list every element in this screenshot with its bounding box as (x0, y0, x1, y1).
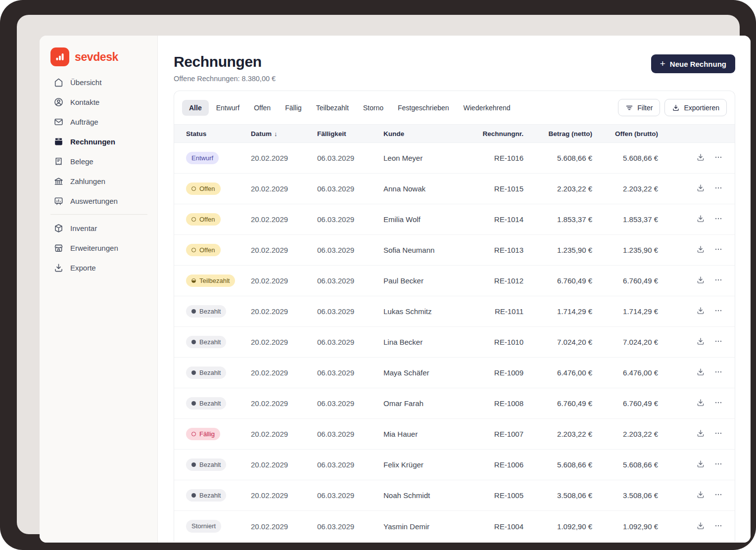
column-due[interactable]: Fälligkeit (310, 130, 376, 138)
cell-customer: Maya Schäfer (376, 368, 481, 377)
column-open[interactable]: Offen (brutto) (604, 130, 670, 138)
row-download-button[interactable] (696, 275, 705, 286)
row-download-button[interactable] (696, 490, 705, 501)
row-download-button[interactable] (696, 245, 705, 255)
tab-offen[interactable]: Offen (247, 100, 278, 116)
cell-customer: Sofia Neumann (376, 246, 481, 254)
cell-open: 3.508,06 € (604, 491, 670, 500)
sidebar-item-belege[interactable]: Belege (49, 151, 148, 171)
row-menu-button[interactable] (714, 275, 723, 286)
sidebar-item-label: Exporte (70, 264, 96, 272)
status-badge: Bezahlt (186, 336, 226, 349)
invoice-row[interactable]: Storniert20.02.202906.03.2029Yasmin Demi… (174, 511, 735, 542)
column-net[interactable]: Betrag (netto) (534, 130, 604, 138)
cell-number: RE-1013 (481, 246, 534, 254)
sidebar-item-exporte[interactable]: Exporte (49, 258, 148, 277)
column-label: Fälligkeit (317, 130, 346, 138)
row-download-button[interactable] (696, 521, 705, 532)
invoice-row[interactable]: Bezahlt20.02.202906.03.2029Noah SchmidtR… (174, 480, 735, 511)
row-download-button[interactable] (696, 306, 705, 317)
row-download-button[interactable] (696, 183, 705, 194)
row-menu-button[interactable] (714, 398, 723, 409)
cell-date: 20.02.2029 (243, 491, 310, 500)
row-download-button[interactable] (696, 459, 705, 470)
cell-status: Bezahlt (174, 367, 243, 379)
cell-customer: Emilia Wolf (376, 215, 481, 224)
row-menu-button[interactable] (714, 337, 723, 347)
page-title-block: Rechnungen Offene Rechnungen: 8.380,00 € (174, 53, 276, 83)
row-download-button[interactable] (696, 337, 705, 347)
cell-customer: Anna Nowak (376, 184, 481, 193)
tab-f-llig[interactable]: Fällig (278, 100, 308, 116)
row-download-button[interactable] (696, 153, 705, 163)
sidebar-item-zahlungen[interactable]: Zahlungen (49, 171, 148, 191)
invoice-row[interactable]: Bezahlt20.02.202906.03.2029Lina BeckerRE… (174, 327, 735, 358)
cell-due: 06.03.2029 (310, 460, 376, 469)
invoice-row[interactable]: Offen20.02.202906.03.2029Sofia NeumannRE… (174, 235, 735, 266)
filter-button[interactable]: Filter (618, 99, 660, 116)
download-icon (696, 337, 705, 347)
row-download-button[interactable] (696, 214, 705, 225)
sidebar-item--bersicht[interactable]: Übersicht (49, 72, 148, 92)
tab-wiederkehrend[interactable]: Wiederkehrend (457, 100, 518, 116)
status-badge: Bezahlt (186, 489, 226, 502)
tab-festgeschrieben[interactable]: Festgeschrieben (391, 100, 456, 116)
sidebar-item-auftr-ge[interactable]: Aufträge (49, 112, 148, 132)
row-menu-button[interactable] (714, 490, 723, 501)
sidebar-item-inventar[interactable]: Inventar (49, 218, 148, 238)
sidebar-item-erweiterungen[interactable]: Erweiterungen (49, 238, 148, 258)
row-menu-button[interactable] (714, 214, 723, 225)
status-badge: Bezahlt (186, 397, 226, 410)
row-menu-button[interactable] (714, 459, 723, 470)
invoice-row[interactable]: Fällig20.02.202906.03.2029Mia HauerRE-10… (174, 419, 735, 450)
row-menu-button[interactable] (714, 367, 723, 378)
cell-due: 06.03.2029 (310, 276, 376, 285)
tab-alle[interactable]: Alle (182, 100, 209, 116)
sidebar-item-kontakte[interactable]: Kontakte (49, 92, 148, 112)
cell-customer: Yasmin Demir (376, 522, 481, 531)
tab-storno[interactable]: Storno (356, 100, 390, 116)
invoice-row[interactable]: Offen20.02.202906.03.2029Anna NowakRE-10… (174, 174, 735, 204)
invoice-row[interactable]: Bezahlt20.02.202906.03.2029Felix KrügerR… (174, 450, 735, 480)
row-menu-button[interactable] (714, 245, 723, 255)
row-menu-button[interactable] (714, 306, 723, 317)
cell-net: 1.714,29 € (534, 307, 604, 316)
sidebar-item-rechnungen[interactable]: Rechnungen (49, 132, 148, 151)
export-button[interactable]: Exportieren (664, 99, 727, 116)
row-download-button[interactable] (696, 398, 705, 409)
cell-net: 2.203,22 € (534, 184, 604, 193)
row-menu-button[interactable] (714, 183, 723, 194)
row-download-button[interactable] (696, 367, 705, 378)
row-menu-icon (714, 275, 723, 286)
cell-due: 06.03.2029 (310, 154, 376, 162)
cell-date: 20.02.2029 (243, 338, 310, 346)
cell-status: Bezahlt (174, 397, 243, 410)
sidebar-item-auswertungen[interactable]: Auswertungen (49, 191, 148, 211)
cell-number: RE-1010 (481, 338, 534, 346)
cell-open: 6.760,49 € (604, 399, 670, 408)
invoice-row[interactable]: Bezahlt20.02.202906.03.2029Lukas Schmitz… (174, 296, 735, 327)
cell-open: 1.092,90 € (604, 522, 670, 531)
column-date[interactable]: Datum↓ (243, 130, 310, 138)
column-customer[interactable]: Kunde (376, 130, 481, 138)
column-number[interactable]: Rechnungnr. (481, 130, 534, 138)
filter-icon (625, 104, 633, 112)
tab-teilbezahlt[interactable]: Teilbezahlt (309, 100, 356, 116)
column-status[interactable]: Status (174, 130, 243, 138)
invoice-row[interactable]: Bezahlt20.02.202906.03.2029Omar FarahRE-… (174, 388, 735, 419)
cell-net: 6.760,49 € (534, 276, 604, 285)
row-menu-button[interactable] (714, 429, 723, 439)
invoice-row[interactable]: Offen20.02.202906.03.2029Emilia WolfRE-1… (174, 204, 735, 235)
row-download-button[interactable] (696, 429, 705, 439)
row-menu-button[interactable] (714, 153, 723, 163)
new-invoice-button[interactable]: + Neue Rechnung (651, 54, 735, 73)
invoice-row[interactable]: Bezahlt20.02.202906.03.2029Maya SchäferR… (174, 358, 735, 388)
tab-entwurf[interactable]: Entwurf (209, 100, 246, 116)
invoice-row[interactable]: Entwurf20.02.202906.03.2029Leon MeyerRE-… (174, 143, 735, 174)
row-menu-button[interactable] (714, 521, 723, 532)
invoice-row[interactable]: Teilbezahlt20.02.202906.03.2029Paul Beck… (174, 266, 735, 296)
cell-due: 06.03.2029 (310, 246, 376, 254)
cell-date: 20.02.2029 (243, 307, 310, 316)
status-label: Teilbezahlt (199, 277, 230, 285)
chart-board-icon (53, 196, 64, 206)
